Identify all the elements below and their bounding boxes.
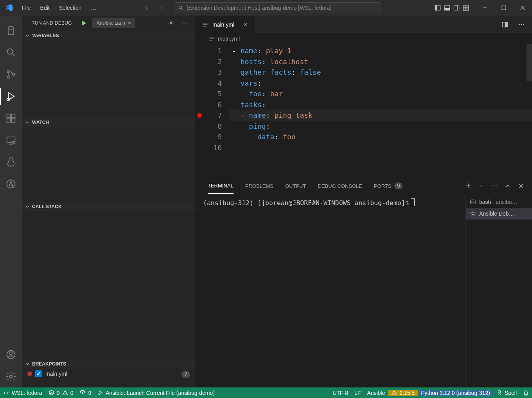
nav-back-icon[interactable]	[143, 4, 150, 11]
svg-rect-19	[11, 114, 15, 118]
status-spell[interactable]: Spell	[493, 390, 520, 396]
window-close-button[interactable]	[513, 0, 532, 16]
code-editor[interactable]: 12345678910 - name: play 1 hosts: localh…	[196, 44, 532, 178]
svg-point-32	[519, 24, 520, 25]
activity-source-control[interactable]	[0, 63, 22, 85]
section-watch[interactable]: WATCH	[22, 118, 196, 127]
panel-maximize-icon[interactable]	[505, 183, 511, 189]
activity-extensions[interactable]	[0, 107, 22, 129]
debug-config-label: Ansible: Laun	[97, 20, 125, 26]
section-watch-label: WATCH	[32, 120, 49, 125]
section-breakpoints[interactable]: BREAKPOINTS	[22, 359, 196, 369]
svg-point-39	[472, 213, 474, 214]
panel-tab-ports[interactable]: PORTS 9	[374, 178, 403, 194]
window-maximize-button[interactable]	[494, 0, 513, 16]
panel-tab-ports-label: PORTS	[374, 183, 392, 189]
breakpoint-file: main.yml	[45, 371, 67, 377]
status-debug-config[interactable]: Ansible: Launch Current File (ansibug-de…	[94, 387, 218, 398]
activity-settings[interactable]	[0, 366, 22, 387]
debug-settings-icon[interactable]	[167, 20, 174, 27]
terminal-new-chevron-icon[interactable]	[479, 184, 483, 188]
nav-forward-icon[interactable]	[158, 4, 165, 11]
svg-point-14	[13, 73, 15, 76]
debug-config-dropdown[interactable]: Ansible: Laun	[92, 18, 135, 28]
start-debug-button[interactable]	[80, 19, 88, 27]
panel-tab-debug-console[interactable]: DEBUG CONSOLE	[318, 178, 362, 194]
activity-run-debug[interactable]	[0, 85, 22, 107]
layout-custom-icon[interactable]	[462, 4, 469, 11]
status-ansible-lint[interactable]: 2.15.5	[388, 390, 418, 396]
terminal-new-icon[interactable]	[465, 182, 472, 189]
command-center-text: [Extension Development Host] ansibug-dem…	[187, 5, 331, 11]
panel-tab-output[interactable]: OUTPUT	[285, 178, 306, 194]
close-icon[interactable]	[243, 22, 248, 27]
activity-testing[interactable]	[0, 151, 22, 173]
tab-main-yml[interactable]: main.yml	[196, 16, 255, 33]
panel-more-icon[interactable]	[491, 182, 498, 189]
svg-point-43	[498, 391, 500, 393]
menu-file[interactable]: File	[18, 2, 35, 13]
breadcrumb-text: main.yml	[218, 36, 240, 42]
minimap-scroll[interactable]	[527, 44, 532, 81]
vscode-logo	[0, 4, 18, 12]
breakpoint-row[interactable]: ✓ main.yml	[22, 370, 196, 377]
svg-rect-10	[502, 6, 506, 10]
svg-point-36	[494, 185, 494, 186]
menu-edit[interactable]: Edit	[36, 2, 54, 13]
svg-rect-16	[7, 114, 11, 118]
activity-ansible[interactable]	[0, 173, 22, 195]
menu-more[interactable]: …	[87, 2, 100, 13]
status-python[interactable]: Python 3.12.0 (ansibug-312)	[418, 390, 493, 396]
terminal-cursor	[411, 198, 415, 206]
svg-rect-7	[466, 5, 469, 7]
terminal-item-bash[interactable]: bash ansibu…	[466, 196, 532, 208]
status-notifications[interactable]	[520, 390, 532, 396]
svg-rect-31	[505, 22, 507, 27]
window-minimize-button[interactable]	[476, 0, 494, 16]
chevron-down-icon	[24, 361, 31, 367]
breakpoints-body: ✓ main.yml 7	[22, 369, 196, 387]
status-errors: 0	[57, 390, 60, 396]
svg-point-12	[7, 70, 9, 73]
status-launch-label: Ansible: Launch Current File (ansibug-de…	[106, 390, 215, 396]
layout-left-icon[interactable]	[434, 4, 441, 11]
panel-close-icon[interactable]	[518, 183, 524, 189]
panel-tab-terminal[interactable]: TERMINAL	[208, 178, 234, 194]
svg-point-34	[523, 24, 524, 25]
activity-remote[interactable]	[0, 129, 22, 151]
activity-search[interactable]	[0, 41, 22, 63]
menu-selection[interactable]: Selection	[55, 2, 86, 13]
section-callstack[interactable]: CALL STACK	[22, 202, 196, 211]
file-lines-icon	[208, 36, 215, 42]
status-ports[interactable]: 9	[76, 387, 94, 398]
activity-explorer[interactable]	[0, 20, 22, 41]
terminal-item-ansible[interactable]: Ansible Deb…	[466, 208, 532, 220]
section-variables-label: VARIABLES	[32, 33, 59, 38]
svg-rect-18	[11, 119, 15, 122]
panel-tabs: TERMINAL PROBLEMS OUTPUT DEBUG CONSOLE P…	[196, 178, 532, 194]
status-remote[interactable]: WSL: fedora	[0, 387, 45, 398]
svg-point-13	[7, 76, 9, 78]
breakpoint-checkbox[interactable]: ✓	[35, 370, 42, 377]
editor-more-icon[interactable]	[518, 21, 525, 28]
command-center[interactable]: [Extension Development Host] ansibug-dem…	[174, 2, 381, 13]
callstack-body	[22, 211, 196, 359]
svg-point-29	[187, 23, 187, 23]
activity-accounts[interactable]	[0, 344, 22, 366]
panel-tab-problems[interactable]: PROBLEMS	[245, 178, 273, 194]
debug-more-icon[interactable]	[182, 20, 189, 27]
terminal-view[interactable]: (ansibug-312) [jborean@JBOREAN-WINDOWS a…	[196, 194, 466, 387]
status-encoding[interactable]: UTF-8	[329, 390, 351, 396]
section-variables[interactable]: VARIABLES	[22, 31, 196, 40]
svg-rect-5	[454, 5, 459, 10]
layout-right-icon[interactable]	[453, 4, 460, 11]
split-editor-icon[interactable]	[501, 21, 509, 28]
breadcrumb[interactable]: main.yml	[196, 34, 532, 44]
status-eol[interactable]: LF	[351, 390, 364, 396]
status-problems[interactable]: 0 0	[45, 387, 77, 398]
status-language[interactable]: Ansible	[364, 390, 388, 396]
layout-bottom-icon[interactable]	[444, 4, 451, 11]
terminal-name: Ansible Deb…	[479, 211, 514, 217]
status-ports-count: 9	[88, 390, 91, 396]
svg-point-26	[170, 22, 172, 24]
